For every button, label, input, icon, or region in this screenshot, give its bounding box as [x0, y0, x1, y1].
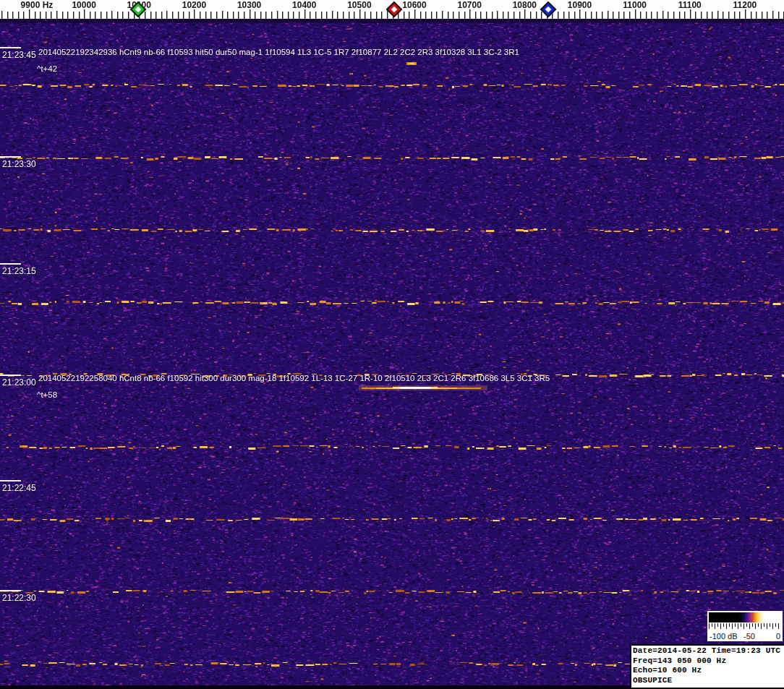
time-tick	[0, 263, 21, 265]
freq-label: 10300	[237, 0, 261, 10]
colorbar-tick	[738, 623, 738, 629]
colorbar-tick	[761, 623, 762, 629]
colorbar-label-min: -100 dB	[710, 632, 738, 641]
colorbar-tick	[749, 623, 750, 629]
colorbar-tick	[752, 623, 753, 627]
detection-time-offset: ^t+58	[37, 390, 57, 399]
freq-label: 11000	[623, 0, 647, 10]
time-tick	[0, 156, 21, 158]
detection-log-text: 20140522192342936 hCnt9 nb-66 f10593 hit…	[38, 48, 519, 56]
colorbar-tick	[746, 623, 747, 627]
freq-label: 10900	[568, 0, 592, 10]
app-window: 9900 Hz100001010010200103001040010500106…	[0, 0, 784, 689]
freq-label: 10000	[72, 0, 95, 10]
colorbar-tick	[735, 623, 736, 627]
freq-label: 10200	[182, 0, 206, 10]
marker-core	[391, 7, 397, 12]
marker-core	[545, 7, 551, 12]
colorbar-tick	[764, 623, 764, 627]
marker-core	[135, 7, 141, 12]
colorbar-tick	[775, 623, 776, 627]
info-station-name: OBSUPICE	[633, 676, 783, 686]
freq-label: 10500	[347, 0, 371, 10]
freq-label: 10800	[513, 0, 537, 10]
colorbar-tick	[767, 623, 767, 629]
time-label: 21:22:45	[2, 483, 36, 493]
colorbar-tick	[712, 623, 712, 627]
time-label: 21:22:30	[2, 593, 36, 603]
colorbar-tick	[743, 623, 744, 629]
colorbar-tick	[758, 623, 759, 627]
colorbar-tick	[723, 623, 724, 627]
colorbar-tick	[772, 623, 773, 629]
time-tick	[0, 590, 21, 591]
colorbar-tick	[709, 623, 710, 629]
colorbar-tick	[778, 623, 779, 629]
time-label: 21:23:30	[2, 159, 36, 169]
freq-label: 10700	[457, 0, 481, 10]
colorbar-tick	[720, 623, 721, 629]
colorbar-gradient	[709, 612, 781, 622]
freq-label: 11100	[678, 0, 702, 10]
detection-log-text: 20140522192258040 hCnt8 nb-66 f10592 hit…	[38, 374, 550, 382]
frequency-ruler: 9900 Hz100001010010200103001040010500106…	[0, 0, 784, 20]
time-tick	[0, 480, 21, 482]
spectrogram-waterfall[interactable]	[0, 20, 784, 689]
time-tick	[0, 47, 21, 48]
freq-label: 10600	[402, 0, 426, 10]
info-date-time: Date=2014-05-22 Time=19:23 UTC	[633, 646, 783, 656]
freq-label: 9900 Hz	[21, 0, 54, 10]
info-box: Date=2014-05-22 Time=19:23 UTC Freq=143 …	[630, 644, 784, 689]
info-echo-frequency: Echo=10 600 Hz	[633, 666, 783, 676]
colorbar-tick	[726, 623, 727, 629]
time-label: 21:23:45	[2, 50, 36, 60]
colorbar-tick	[715, 623, 715, 629]
time-tick	[0, 375, 21, 376]
freq-label: 11200	[733, 0, 757, 10]
info-frequency: Freq=143 050 000 Hz	[633, 656, 783, 667]
colorbar-tick	[732, 623, 733, 629]
time-label: 21:23:00	[2, 377, 36, 388]
db-colorbar: -100 dB -50 0	[707, 611, 783, 641]
time-label: 21:23:15	[2, 266, 36, 276]
freq-label: 10400	[292, 0, 316, 10]
colorbar-label-max: 0	[776, 632, 780, 641]
colorbar-tick	[770, 623, 770, 627]
colorbar-tick	[717, 623, 718, 627]
colorbar-ticks	[709, 623, 781, 630]
colorbar-tick	[741, 623, 741, 627]
colorbar-label-mid: -50	[743, 632, 755, 641]
detection-time-offset: ^t+42	[37, 64, 57, 73]
colorbar-tick	[755, 623, 756, 629]
colorbar-tick	[729, 623, 730, 627]
